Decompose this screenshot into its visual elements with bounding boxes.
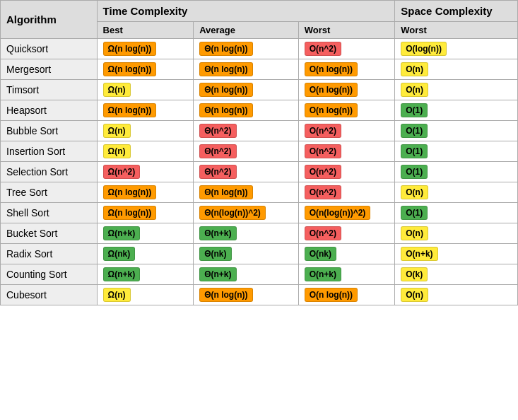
cell-best: Ω(n log(n)) xyxy=(97,182,194,203)
complexity-badge: Θ(n(log(n))^2) xyxy=(199,206,266,220)
cell-worst-space: O(1) xyxy=(395,141,518,162)
cell-average: Θ(n log(n)) xyxy=(194,80,298,100)
cell-best: Ω(n^2) xyxy=(97,162,194,182)
complexity-badge: Ω(n log(n)) xyxy=(103,42,157,56)
complexity-badge: Θ(n^2) xyxy=(199,165,236,179)
complexity-badge: Ω(n) xyxy=(103,144,131,158)
complexity-badge: Θ(n+k) xyxy=(199,226,236,240)
complexity-badge: Ω(n+k) xyxy=(103,267,141,281)
complexity-badge: Ω(n log(n)) xyxy=(103,62,157,76)
cell-best: Ω(n) xyxy=(97,285,194,305)
algorithm-name: Timsort xyxy=(1,80,98,100)
cell-worst-time: O(nk) xyxy=(298,244,395,264)
cell-worst-space: O(n) xyxy=(395,285,518,305)
complexity-badge: O(k) xyxy=(401,267,428,281)
cell-worst-time: O(n^2) xyxy=(298,182,395,203)
algorithm-name: Selection Sort xyxy=(1,162,98,182)
algorithm-name: Radix Sort xyxy=(1,244,98,264)
complexity-badge: O(n(log(n))^2) xyxy=(305,206,371,220)
complexity-badge: Ω(n log(n)) xyxy=(103,103,157,117)
cell-best: Ω(n) xyxy=(97,121,194,141)
header-worst-time: Worst xyxy=(298,22,395,39)
complexity-badge: O(n^2) xyxy=(305,144,341,158)
cell-worst-space: O(1) xyxy=(395,121,518,141)
complexity-badge: Ω(n^2) xyxy=(103,165,141,179)
complexity-badge: Ω(n log(n)) xyxy=(103,185,157,199)
complexity-badge: Θ(n log(n)) xyxy=(199,42,252,56)
cell-average: Θ(n(log(n))^2) xyxy=(194,203,298,223)
header-algorithm: Algorithm xyxy=(1,1,98,39)
cell-worst-time: O(n log(n)) xyxy=(298,100,395,121)
complexity-badge: O(1) xyxy=(401,124,428,138)
cell-worst-time: O(n^2) xyxy=(298,141,395,162)
complexity-badge: O(n^2) xyxy=(305,226,341,240)
cell-worst-time: O(n log(n)) xyxy=(298,59,395,80)
cell-worst-time: O(n+k) xyxy=(298,264,395,285)
complexity-badge: O(n^2) xyxy=(305,124,341,138)
complexity-badge: O(n+k) xyxy=(401,247,437,261)
complexity-badge: O(1) xyxy=(401,206,428,220)
complexity-badge: Ω(nk) xyxy=(103,247,136,261)
cell-average: Θ(nk) xyxy=(194,244,298,264)
table-row: Selection SortΩ(n^2)Θ(n^2)O(n^2)O(1) xyxy=(1,162,518,182)
cell-best: Ω(n+k) xyxy=(97,264,194,285)
complexity-badge: O(log(n)) xyxy=(401,42,447,56)
cell-worst-space: O(1) xyxy=(395,162,518,182)
complexity-badge: O(n) xyxy=(401,288,428,302)
table-row: HeapsortΩ(n log(n))Θ(n log(n))O(n log(n)… xyxy=(1,100,518,121)
cell-worst-time: O(n^2) xyxy=(298,39,395,59)
algorithm-name: Bucket Sort xyxy=(1,223,98,244)
header-best: Best xyxy=(97,22,194,39)
complexity-badge: O(n log(n)) xyxy=(305,62,358,76)
cell-best: Ω(n) xyxy=(97,141,194,162)
cell-worst-space: O(1) xyxy=(395,100,518,121)
complexity-badge: O(n log(n)) xyxy=(305,288,358,302)
cell-average: Θ(n log(n)) xyxy=(194,59,298,80)
cell-average: Θ(n^2) xyxy=(194,121,298,141)
complexity-badge: Θ(n log(n)) xyxy=(199,83,252,97)
complexity-badge: O(1) xyxy=(401,103,428,117)
cell-average: Θ(n log(n)) xyxy=(194,39,298,59)
table-row: Counting SortΩ(n+k)Θ(n+k)O(n+k)O(k) xyxy=(1,264,518,285)
cell-worst-space: O(k) xyxy=(395,264,518,285)
cell-worst-time: O(n^2) xyxy=(298,121,395,141)
cell-worst-time: O(n log(n)) xyxy=(298,285,395,305)
complexity-badge: Θ(n log(n)) xyxy=(199,103,252,117)
header-average: Average xyxy=(194,22,298,39)
table-row: TimsortΩ(n)Θ(n log(n))O(n log(n))O(n) xyxy=(1,80,518,100)
algorithm-name: Insertion Sort xyxy=(1,141,98,162)
table-row: Insertion SortΩ(n)Θ(n^2)O(n^2)O(1) xyxy=(1,141,518,162)
cell-worst-time: O(n^2) xyxy=(298,223,395,244)
cell-worst-space: O(n+k) xyxy=(395,244,518,264)
complexity-table: Algorithm Time Complexity Space Complexi… xyxy=(0,0,518,305)
complexity-badge: Ω(n) xyxy=(103,124,131,138)
complexity-badge: Θ(nk) xyxy=(199,247,231,261)
algorithm-name: Mergesort xyxy=(1,59,98,80)
cell-worst-time: O(n^2) xyxy=(298,162,395,182)
complexity-badge: Θ(n^2) xyxy=(199,124,236,138)
cell-average: Θ(n^2) xyxy=(194,162,298,182)
cell-worst-space: O(n) xyxy=(395,223,518,244)
complexity-badge: O(n) xyxy=(401,185,428,199)
complexity-badge: O(n log(n)) xyxy=(305,103,358,117)
complexity-badge: O(n^2) xyxy=(305,42,341,56)
header-time-complexity: Time Complexity xyxy=(97,1,395,22)
table-row: Bucket SortΩ(n+k)Θ(n+k)O(n^2)O(n) xyxy=(1,223,518,244)
cell-best: Ω(n log(n)) xyxy=(97,59,194,80)
cell-worst-space: O(n) xyxy=(395,80,518,100)
table-row: Shell SortΩ(n log(n))Θ(n(log(n))^2)O(n(l… xyxy=(1,203,518,223)
algorithm-name: Cubesort xyxy=(1,285,98,305)
cell-best: Ω(n log(n)) xyxy=(97,39,194,59)
cell-average: Θ(n log(n)) xyxy=(194,285,298,305)
table-row: Tree SortΩ(n log(n))Θ(n log(n))O(n^2)O(n… xyxy=(1,182,518,203)
complexity-badge: O(nk) xyxy=(305,247,336,261)
complexity-badge: Θ(n+k) xyxy=(199,267,236,281)
table-row: Bubble SortΩ(n)Θ(n^2)O(n^2)O(1) xyxy=(1,121,518,141)
complexity-badge: Θ(n^2) xyxy=(199,144,236,158)
complexity-badge: Ω(n) xyxy=(103,288,131,302)
algorithm-name: Tree Sort xyxy=(1,182,98,203)
complexity-badge: O(n) xyxy=(401,62,428,76)
complexity-badge: O(n) xyxy=(401,83,428,97)
cell-best: Ω(nk) xyxy=(97,244,194,264)
complexity-badge: O(n+k) xyxy=(305,267,341,281)
